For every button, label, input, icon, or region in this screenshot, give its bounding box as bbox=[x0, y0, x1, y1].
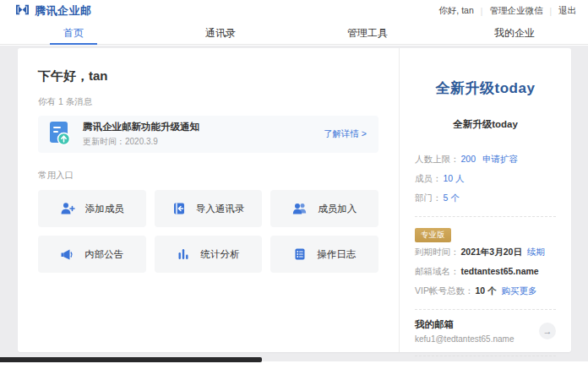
quick-entries-title: 常用入口 bbox=[38, 170, 378, 182]
person-add-icon bbox=[60, 202, 75, 215]
open-mailbox-button[interactable]: → bbox=[539, 323, 556, 339]
expiry-row: 到期时间：2021年3月20日续期 bbox=[415, 242, 556, 262]
arrow-right-icon: → bbox=[543, 326, 553, 336]
expiry-value: 2021年3月20日 bbox=[461, 247, 522, 257]
operation-log-label: 操作日志 bbox=[317, 248, 356, 261]
tab-admin-tools[interactable]: 管理工具 bbox=[294, 22, 441, 44]
logout-link[interactable]: 退出 bbox=[558, 5, 576, 17]
tab-home[interactable]: 首页 bbox=[0, 22, 147, 44]
mailbox-texts: 我的邮箱 kefu1@tedtantest65.name bbox=[415, 318, 539, 344]
members-icon bbox=[292, 202, 308, 215]
bar-chart-icon bbox=[177, 247, 190, 261]
tab-my-company[interactable]: 我的企业 bbox=[441, 22, 588, 44]
log-list-icon bbox=[293, 247, 307, 261]
dashed-divider bbox=[415, 216, 556, 217]
content-background: 下午好，tan 你有 1 条消息 腾讯企业 bbox=[0, 46, 588, 361]
buy-more-link[interactable]: 购买更多 bbox=[502, 285, 537, 296]
vip-value: 10 个 bbox=[475, 285, 496, 296]
domain-row: 邮箱域名：tedtantest65.name bbox=[415, 262, 556, 281]
internal-announcement-label: 内部公告 bbox=[84, 248, 123, 261]
statistics-button[interactable]: 统计分析 bbox=[155, 236, 263, 273]
internal-announcement-button[interactable]: 内部公告 bbox=[38, 236, 146, 273]
main-card: 下午好，tan 你有 1 条消息 腾讯企业 bbox=[18, 48, 571, 352]
message-count: 你有 1 条消息 bbox=[38, 96, 378, 108]
topbar-links: 你好, tan | 管理企业微信 | 退出 bbox=[438, 5, 576, 17]
brand[interactable]: 腾讯企业邮 bbox=[15, 3, 92, 19]
mailbox-title: 我的邮箱 bbox=[415, 318, 539, 331]
my-mailbox: 我的邮箱 kefu1@tedtantest65.name → bbox=[415, 318, 556, 344]
statistics-label: 统计分析 bbox=[200, 248, 239, 261]
quick-entry-grid: 添加成员 导入通讯录 bbox=[38, 190, 378, 273]
renew-link[interactable]: 续期 bbox=[527, 247, 545, 257]
main-nav: 首页 通讯录 管理工具 我的企业 bbox=[0, 22, 588, 45]
domain-label: 邮箱域名： bbox=[415, 266, 460, 276]
import-contacts-button[interactable]: 导入通讯录 bbox=[155, 190, 263, 227]
notice-details-link[interactable]: 了解详情 > bbox=[324, 128, 367, 140]
manage-wechat-link[interactable]: 管理企业微信 bbox=[489, 5, 542, 17]
upgrade-doc-icon bbox=[50, 122, 72, 147]
member-join-label: 成员加入 bbox=[318, 203, 357, 215]
notice-updated: 更新时间：2020.3.9 bbox=[83, 136, 324, 148]
user-greeting[interactable]: 你好, tan bbox=[438, 5, 473, 17]
dashed-divider bbox=[415, 309, 556, 310]
upgrade-notice-row[interactable]: 腾讯企业邮新功能升级通知 更新时间：2020.3.9 了解详情 > bbox=[38, 116, 378, 153]
vip-label: VIP帐号总数： bbox=[415, 285, 473, 296]
member-count-label: 成员： bbox=[415, 173, 442, 183]
member-join-button[interactable]: 成员加入 bbox=[270, 190, 378, 227]
megaphone-icon bbox=[60, 248, 74, 261]
domain-value: tedtantest65.name bbox=[461, 266, 539, 276]
notice-texts: 腾讯企业邮新功能升级通知 更新时间：2020.3.9 bbox=[83, 121, 324, 148]
import-contacts-label: 导入通讯录 bbox=[196, 203, 245, 215]
member-count-row: 成员：10 人 bbox=[415, 169, 556, 188]
topbar: 腾讯企业邮 你好, tan | 管理企业微信 | 退出 bbox=[0, 0, 588, 22]
separator: | bbox=[481, 7, 483, 16]
plan-badge: 专业版 bbox=[415, 228, 451, 242]
bottom-dark-bar bbox=[0, 357, 262, 362]
exmail-logo-icon bbox=[15, 3, 30, 19]
import-contacts-icon bbox=[172, 202, 186, 215]
add-member-label: 添加成员 bbox=[85, 203, 124, 215]
separator: | bbox=[549, 7, 552, 16]
member-limit-value: 200 bbox=[461, 154, 476, 164]
exmail-admin-home: 腾讯企业邮 你好, tan | 管理企业微信 | 退出 首页 通讯录 管理工具 … bbox=[0, 0, 588, 369]
promo-title: 全新升级today bbox=[415, 79, 556, 98]
add-member-button[interactable]: 添加成员 bbox=[38, 190, 146, 227]
department-count-value: 5 个 bbox=[444, 193, 460, 203]
vip-row: VIP帐号总数：10 个购买更多 bbox=[415, 281, 556, 301]
department-count-row: 部门：5 个 bbox=[415, 188, 556, 208]
member-count-value: 10 人 bbox=[444, 173, 465, 183]
member-limit-label: 人数上限： bbox=[415, 154, 460, 164]
notice-title: 腾讯企业邮新功能升级通知 bbox=[83, 121, 324, 133]
page-greeting: 下午好，tan bbox=[38, 68, 378, 84]
member-limit-row: 人数上限：200申请扩容 bbox=[415, 149, 556, 169]
brand-name: 腾讯企业邮 bbox=[35, 3, 92, 19]
overview-panel: 下午好，tan 你有 1 条消息 腾讯企业 bbox=[18, 48, 399, 352]
promo-subtitle: 全新升级today bbox=[415, 118, 556, 131]
operation-log-button[interactable]: 操作日志 bbox=[270, 236, 378, 273]
account-panel: 全新升级today 全新升级today 人数上限：200申请扩容 成员：10 人… bbox=[400, 48, 571, 352]
org-stats: 人数上限：200申请扩容 成员：10 人 部门：5 个 bbox=[415, 149, 556, 208]
dashed-divider bbox=[415, 355, 556, 356]
department-count-label: 部门： bbox=[415, 193, 442, 203]
mailbox-address: kefu1@tedtantest65.name bbox=[415, 334, 539, 344]
expand-capacity-link[interactable]: 申请扩容 bbox=[482, 154, 518, 164]
tab-contacts[interactable]: 通讯录 bbox=[147, 22, 294, 44]
expiry-label: 到期时间： bbox=[415, 247, 460, 257]
